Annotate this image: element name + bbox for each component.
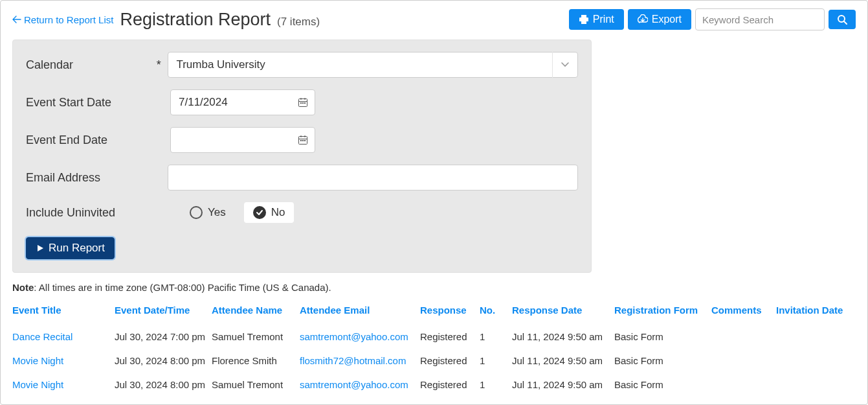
uninvited-label: Include Uninvited bbox=[26, 206, 159, 220]
uninvited-yes-option[interactable]: Yes bbox=[181, 202, 235, 223]
run-report-label: Run Report bbox=[49, 242, 105, 255]
calendar-label: Calendar bbox=[26, 58, 157, 72]
print-button-label: Print bbox=[593, 14, 614, 25]
row-start-date: Event Start Date bbox=[26, 89, 578, 115]
export-button-label: Export bbox=[652, 14, 682, 25]
svg-rect-3 bbox=[302, 102, 304, 104]
row-email: Email Address bbox=[26, 165, 578, 191]
cell-attendee-email[interactable]: samtremont@yahoo.com bbox=[300, 325, 420, 349]
col-event-title[interactable]: Event Title bbox=[12, 301, 115, 325]
cell-comments bbox=[711, 349, 776, 373]
svg-rect-4 bbox=[304, 102, 306, 104]
search-input[interactable] bbox=[695, 8, 825, 30]
cell-event-date: Jul 30, 2024 8:00 pm bbox=[115, 349, 212, 373]
return-link-label: Return to Report List bbox=[24, 14, 113, 25]
col-comments[interactable]: Comments bbox=[711, 301, 776, 325]
export-button[interactable]: Export bbox=[628, 9, 691, 30]
cell-attendee-email[interactable]: samtremont@yahoo.com bbox=[300, 373, 420, 397]
radio-checked-icon bbox=[253, 206, 266, 219]
search-icon bbox=[837, 14, 847, 25]
cell-event-title[interactable]: Dance Recital bbox=[12, 325, 115, 349]
email-label: Email Address bbox=[26, 171, 157, 185]
col-attendee-email[interactable]: Attendee Email bbox=[300, 301, 420, 325]
cell-response-date: Jul 11, 2024 9:50 am bbox=[512, 349, 614, 373]
svg-rect-8 bbox=[304, 140, 306, 141]
uninvited-yes-label: Yes bbox=[208, 206, 226, 219]
row-end-date: Event End Date bbox=[26, 127, 578, 153]
radio-unchecked-icon bbox=[190, 206, 203, 219]
cell-invitation-date bbox=[776, 325, 856, 349]
filter-panel: Calendar * Event Start Date Event End Da… bbox=[12, 40, 592, 273]
col-response[interactable]: Response bbox=[420, 301, 480, 325]
col-response-date[interactable]: Response Date bbox=[512, 301, 614, 325]
end-date-field[interactable] bbox=[170, 127, 315, 153]
timezone-note: Note: All times are in time zone (GMT-08… bbox=[12, 282, 856, 293]
note-text: : All times are in time zone (GMT-08:00)… bbox=[34, 282, 331, 293]
row-include-uninvited: Include Uninvited Yes No bbox=[26, 202, 578, 223]
table-row: Movie NightJul 30, 2024 8:00 pmFlorence … bbox=[12, 349, 856, 373]
cell-event-title[interactable]: Movie Night bbox=[12, 349, 115, 373]
uninvited-radio-group: Yes No bbox=[181, 202, 294, 223]
table-header-row: Event Title Event Date/Time Attendee Nam… bbox=[12, 301, 856, 325]
cell-response-date: Jul 11, 2024 9:50 am bbox=[512, 373, 614, 397]
play-icon bbox=[36, 244, 45, 253]
calendar-select[interactable] bbox=[168, 52, 578, 78]
start-date-label: Event Start Date bbox=[26, 96, 159, 110]
cell-response: Registered bbox=[420, 349, 480, 373]
calendar-icon[interactable] bbox=[291, 89, 315, 115]
print-icon bbox=[579, 14, 589, 25]
col-event-date[interactable]: Event Date/Time bbox=[115, 301, 212, 325]
item-count: (7 items) bbox=[277, 16, 320, 29]
col-reg-form[interactable]: Registration Form bbox=[614, 301, 711, 325]
cell-invitation-date bbox=[776, 349, 856, 373]
page-title-text: Registration Report bbox=[120, 10, 271, 30]
required-star-icon: * bbox=[157, 58, 168, 72]
cell-invitation-date bbox=[776, 373, 856, 397]
cell-comments bbox=[711, 373, 776, 397]
table-row: Movie NightJul 30, 2024 8:00 pmSamuel Tr… bbox=[12, 373, 856, 397]
email-input[interactable] bbox=[168, 165, 578, 191]
run-report-button[interactable]: Run Report bbox=[26, 237, 115, 259]
uninvited-no-label: No bbox=[271, 206, 285, 219]
calendar-icon[interactable] bbox=[291, 127, 315, 153]
col-attendee-name[interactable]: Attendee Name bbox=[212, 301, 300, 325]
start-date-field[interactable] bbox=[170, 89, 315, 115]
cell-reg-form: Basic Form bbox=[614, 349, 711, 373]
report-table: Event Title Event Date/Time Attendee Nam… bbox=[12, 301, 856, 397]
end-date-label: Event End Date bbox=[26, 133, 159, 147]
calendar-value[interactable] bbox=[168, 52, 578, 78]
cell-no: 1 bbox=[480, 325, 512, 349]
cell-response-date: Jul 11, 2024 9:50 am bbox=[512, 325, 614, 349]
return-link[interactable]: Return to Report List bbox=[12, 14, 113, 25]
row-calendar: Calendar * bbox=[26, 52, 578, 78]
col-no[interactable]: No. bbox=[480, 301, 512, 325]
cell-event-date: Jul 30, 2024 8:00 pm bbox=[115, 373, 212, 397]
cell-comments bbox=[711, 325, 776, 349]
chevron-down-icon bbox=[552, 52, 578, 78]
page-header: Return to Report List Registration Repor… bbox=[12, 8, 856, 30]
cell-response: Registered bbox=[420, 373, 480, 397]
note-prefix: Note bbox=[12, 282, 34, 293]
svg-rect-6 bbox=[300, 140, 302, 141]
table-row: Dance RecitalJul 30, 2024 7:00 pmSamuel … bbox=[12, 325, 856, 349]
export-icon bbox=[638, 14, 648, 25]
print-button[interactable]: Print bbox=[569, 9, 624, 30]
svg-rect-2 bbox=[300, 102, 302, 104]
search-button[interactable] bbox=[829, 10, 856, 29]
cell-attendee-name: Samuel Tremont bbox=[212, 373, 300, 397]
col-invitation-date[interactable]: Invitation Date bbox=[776, 301, 856, 325]
cell-no: 1 bbox=[480, 373, 512, 397]
cell-reg-form: Basic Form bbox=[614, 325, 711, 349]
arrow-left-icon bbox=[12, 16, 21, 23]
cell-attendee-name: Samuel Tremont bbox=[212, 325, 300, 349]
uninvited-no-option[interactable]: No bbox=[244, 202, 295, 223]
cell-no: 1 bbox=[480, 349, 512, 373]
svg-rect-7 bbox=[302, 140, 304, 141]
cell-response: Registered bbox=[420, 325, 480, 349]
cell-attendee-name: Florence Smith bbox=[212, 349, 300, 373]
cell-attendee-email[interactable]: flosmith72@hotmail.com bbox=[300, 349, 420, 373]
header-actions: Print Export bbox=[569, 8, 856, 30]
cell-event-title[interactable]: Movie Night bbox=[12, 373, 115, 397]
cell-reg-form: Basic Form bbox=[614, 373, 711, 397]
cell-event-date: Jul 30, 2024 7:00 pm bbox=[115, 325, 212, 349]
